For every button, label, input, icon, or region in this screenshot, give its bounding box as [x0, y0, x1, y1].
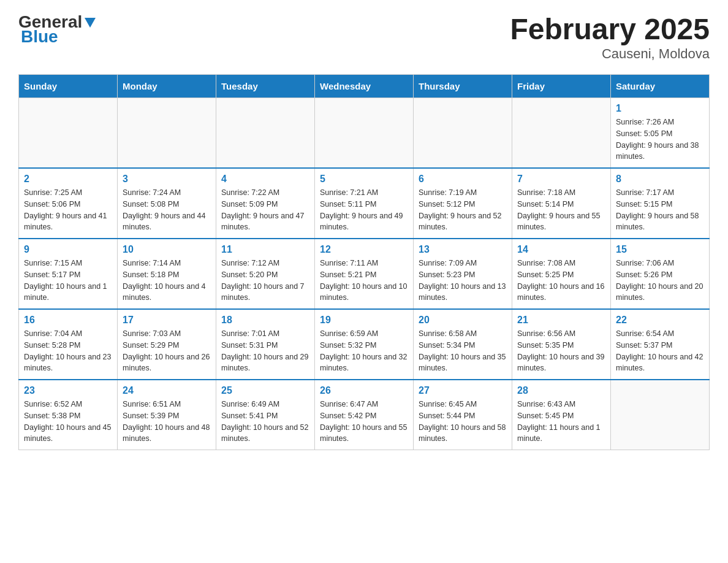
header-sunday: Sunday: [19, 75, 118, 98]
day-number: 26: [320, 385, 408, 396]
day-info: Sunrise: 7:09 AMSunset: 5:23 PMDaylight:…: [419, 258, 507, 304]
day-info: Sunrise: 7:06 AMSunset: 5:26 PMDaylight:…: [616, 258, 704, 304]
day-number: 20: [419, 315, 507, 326]
header-tuesday: Tuesday: [216, 75, 315, 98]
calendar-cell: 6Sunrise: 7:19 AMSunset: 5:12 PMDaylight…: [414, 168, 512, 239]
calendar-cell: [118, 98, 216, 169]
title-area: February 2025 Causeni, Moldova: [510, 12, 710, 62]
day-number: 5: [320, 174, 408, 185]
day-number: 12: [320, 244, 408, 255]
header-monday: Monday: [118, 75, 216, 98]
day-info: Sunrise: 6:49 AMSunset: 5:41 PMDaylight:…: [221, 399, 309, 445]
calendar-table: Sunday Monday Tuesday Wednesday Thursday…: [18, 74, 710, 450]
calendar-cell: [611, 380, 710, 450]
day-info: Sunrise: 7:11 AMSunset: 5:21 PMDaylight:…: [320, 258, 408, 304]
day-number: 10: [123, 244, 211, 255]
header-saturday: Saturday: [611, 75, 710, 98]
day-number: 22: [616, 315, 704, 326]
calendar-cell: 15Sunrise: 7:06 AMSunset: 5:26 PMDayligh…: [611, 239, 710, 309]
day-info: Sunrise: 7:01 AMSunset: 5:31 PMDaylight:…: [221, 328, 309, 374]
location: Causeni, Moldova: [510, 46, 710, 62]
calendar-cell: 22Sunrise: 6:54 AMSunset: 5:37 PMDayligh…: [611, 309, 710, 380]
day-info: Sunrise: 7:19 AMSunset: 5:12 PMDaylight:…: [419, 187, 507, 233]
calendar-cell: 11Sunrise: 7:12 AMSunset: 5:20 PMDayligh…: [216, 239, 315, 309]
calendar-cell: 20Sunrise: 6:58 AMSunset: 5:34 PMDayligh…: [414, 309, 512, 380]
calendar-cell: 9Sunrise: 7:15 AMSunset: 5:17 PMDaylight…: [19, 239, 118, 309]
day-info: Sunrise: 6:54 AMSunset: 5:37 PMDaylight:…: [616, 328, 704, 374]
calendar-cell: 10Sunrise: 7:14 AMSunset: 5:18 PMDayligh…: [118, 239, 216, 309]
day-info: Sunrise: 7:25 AMSunset: 5:06 PMDaylight:…: [24, 187, 112, 233]
logo-blue: Blue: [21, 27, 58, 47]
calendar-week-3: 9Sunrise: 7:15 AMSunset: 5:17 PMDaylight…: [19, 239, 710, 309]
day-info: Sunrise: 7:18 AMSunset: 5:14 PMDaylight:…: [517, 187, 605, 233]
day-number: 17: [123, 315, 211, 326]
day-number: 14: [517, 244, 605, 255]
day-number: 27: [419, 385, 507, 396]
day-info: Sunrise: 7:24 AMSunset: 5:08 PMDaylight:…: [123, 187, 211, 233]
day-number: 16: [24, 315, 112, 326]
day-number: 15: [616, 244, 704, 255]
calendar-cell: 26Sunrise: 6:47 AMSunset: 5:42 PMDayligh…: [315, 380, 414, 450]
day-number: 6: [419, 174, 507, 185]
calendar-week-1: 1Sunrise: 7:26 AMSunset: 5:05 PMDaylight…: [19, 98, 710, 169]
calendar-cell: 17Sunrise: 7:03 AMSunset: 5:29 PMDayligh…: [118, 309, 216, 380]
header-thursday: Thursday: [414, 75, 512, 98]
day-number: 4: [221, 174, 309, 185]
month-title: February 2025: [510, 12, 710, 46]
day-info: Sunrise: 7:14 AMSunset: 5:18 PMDaylight:…: [123, 258, 211, 304]
day-info: Sunrise: 6:47 AMSunset: 5:42 PMDaylight:…: [320, 399, 408, 445]
calendar-week-5: 23Sunrise: 6:52 AMSunset: 5:38 PMDayligh…: [19, 380, 710, 450]
day-info: Sunrise: 7:26 AMSunset: 5:05 PMDaylight:…: [616, 117, 704, 163]
day-info: Sunrise: 7:03 AMSunset: 5:29 PMDaylight:…: [123, 328, 211, 374]
day-number: 2: [24, 174, 112, 185]
calendar-cell: [216, 98, 315, 169]
svg-marker-0: [85, 18, 96, 28]
day-info: Sunrise: 7:08 AMSunset: 5:25 PMDaylight:…: [517, 258, 605, 304]
calendar-cell: 18Sunrise: 7:01 AMSunset: 5:31 PMDayligh…: [216, 309, 315, 380]
header-wednesday: Wednesday: [315, 75, 414, 98]
calendar-cell: 8Sunrise: 7:17 AMSunset: 5:15 PMDaylight…: [611, 168, 710, 239]
calendar-cell: [315, 98, 414, 169]
logo-arrow-icon: [83, 15, 97, 29]
day-info: Sunrise: 6:56 AMSunset: 5:35 PMDaylight:…: [517, 328, 605, 374]
day-info: Sunrise: 6:59 AMSunset: 5:32 PMDaylight:…: [320, 328, 408, 374]
day-info: Sunrise: 7:22 AMSunset: 5:09 PMDaylight:…: [221, 187, 309, 233]
calendar-cell: [512, 98, 611, 169]
day-number: 9: [24, 244, 112, 255]
calendar-cell: 7Sunrise: 7:18 AMSunset: 5:14 PMDaylight…: [512, 168, 611, 239]
logo: General Blue: [18, 12, 97, 47]
day-info: Sunrise: 6:45 AMSunset: 5:44 PMDaylight:…: [419, 399, 507, 445]
calendar-cell: 19Sunrise: 6:59 AMSunset: 5:32 PMDayligh…: [315, 309, 414, 380]
day-number: 24: [123, 385, 211, 396]
day-number: 3: [123, 174, 211, 185]
day-number: 28: [517, 385, 605, 396]
calendar-cell: 13Sunrise: 7:09 AMSunset: 5:23 PMDayligh…: [414, 239, 512, 309]
calendar-cell: 4Sunrise: 7:22 AMSunset: 5:09 PMDaylight…: [216, 168, 315, 239]
calendar-cell: 1Sunrise: 7:26 AMSunset: 5:05 PMDaylight…: [611, 98, 710, 169]
day-number: 18: [221, 315, 309, 326]
day-number: 1: [616, 103, 704, 114]
calendar-cell: [19, 98, 118, 169]
calendar-cell: 24Sunrise: 6:51 AMSunset: 5:39 PMDayligh…: [118, 380, 216, 450]
day-number: 7: [517, 174, 605, 185]
calendar-cell: 3Sunrise: 7:24 AMSunset: 5:08 PMDaylight…: [118, 168, 216, 239]
calendar-cell: 2Sunrise: 7:25 AMSunset: 5:06 PMDaylight…: [19, 168, 118, 239]
day-info: Sunrise: 7:12 AMSunset: 5:20 PMDaylight:…: [221, 258, 309, 304]
calendar-header-row: Sunday Monday Tuesday Wednesday Thursday…: [19, 75, 710, 98]
calendar-cell: 16Sunrise: 7:04 AMSunset: 5:28 PMDayligh…: [19, 309, 118, 380]
day-info: Sunrise: 6:58 AMSunset: 5:34 PMDaylight:…: [419, 328, 507, 374]
calendar-cell: 5Sunrise: 7:21 AMSunset: 5:11 PMDaylight…: [315, 168, 414, 239]
header-friday: Friday: [512, 75, 611, 98]
day-info: Sunrise: 6:43 AMSunset: 5:45 PMDaylight:…: [517, 399, 605, 445]
calendar-cell: 28Sunrise: 6:43 AMSunset: 5:45 PMDayligh…: [512, 380, 611, 450]
calendar-cell: [414, 98, 512, 169]
day-number: 13: [419, 244, 507, 255]
calendar-cell: 21Sunrise: 6:56 AMSunset: 5:35 PMDayligh…: [512, 309, 611, 380]
day-number: 25: [221, 385, 309, 396]
page-header: General Blue February 2025 Causeni, Mold…: [18, 12, 710, 62]
calendar-week-4: 16Sunrise: 7:04 AMSunset: 5:28 PMDayligh…: [19, 309, 710, 380]
calendar-cell: 23Sunrise: 6:52 AMSunset: 5:38 PMDayligh…: [19, 380, 118, 450]
day-info: Sunrise: 6:52 AMSunset: 5:38 PMDaylight:…: [24, 399, 112, 445]
day-info: Sunrise: 7:04 AMSunset: 5:28 PMDaylight:…: [24, 328, 112, 374]
day-info: Sunrise: 7:21 AMSunset: 5:11 PMDaylight:…: [320, 187, 408, 233]
